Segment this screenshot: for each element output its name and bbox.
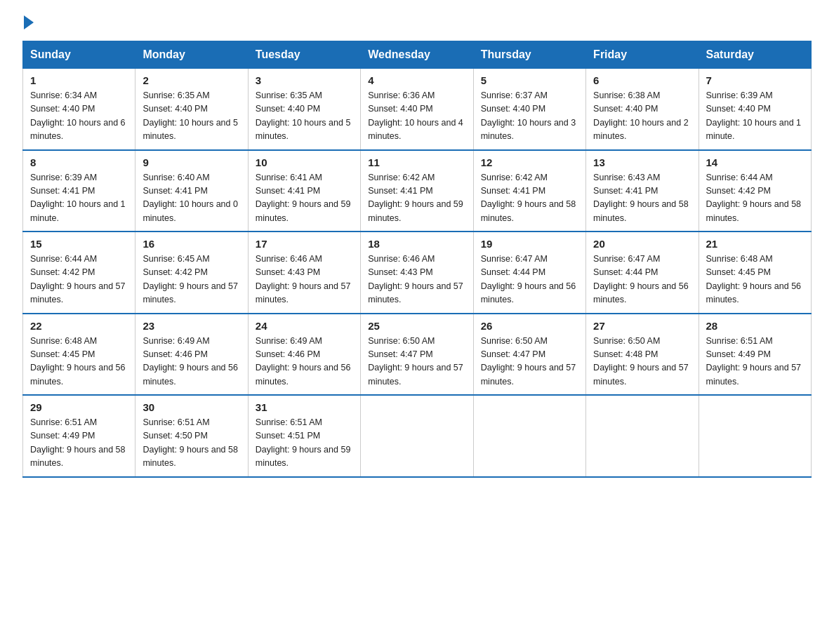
calendar-cell: 5 Sunrise: 6:37 AMSunset: 4:40 PMDayligh… <box>473 69 585 150</box>
calendar-cell: 15 Sunrise: 6:44 AMSunset: 4:42 PMDaylig… <box>23 232 135 314</box>
calendar-cell: 25 Sunrise: 6:50 AMSunset: 4:47 PMDaylig… <box>361 314 473 396</box>
calendar-cell: 13 Sunrise: 6:43 AMSunset: 4:41 PMDaylig… <box>586 150 699 232</box>
calendar-week-row: 15 Sunrise: 6:44 AMSunset: 4:42 PMDaylig… <box>23 232 812 314</box>
day-info: Sunrise: 6:36 AMSunset: 4:40 PMDaylight:… <box>368 90 463 141</box>
day-number: 19 <box>481 238 578 250</box>
calendar-cell: 12 Sunrise: 6:42 AMSunset: 4:41 PMDaylig… <box>473 150 585 232</box>
day-number: 25 <box>368 320 465 332</box>
calendar-week-row: 8 Sunrise: 6:39 AMSunset: 4:41 PMDayligh… <box>23 150 812 232</box>
day-info: Sunrise: 6:35 AMSunset: 4:40 PMDaylight:… <box>143 90 238 141</box>
page-header <box>22 17 812 29</box>
day-info: Sunrise: 6:50 AMSunset: 4:48 PMDaylight:… <box>593 336 689 387</box>
header-friday: Friday <box>586 41 699 69</box>
calendar-table: SundayMondayTuesdayWednesdayThursdayFrid… <box>22 41 812 478</box>
logo-triangle-icon <box>24 15 34 29</box>
day-number: 15 <box>30 238 128 250</box>
day-number: 16 <box>143 238 240 250</box>
day-info: Sunrise: 6:51 AMSunset: 4:49 PMDaylight:… <box>706 336 802 387</box>
calendar-cell: 22 Sunrise: 6:48 AMSunset: 4:45 PMDaylig… <box>23 314 135 396</box>
calendar-cell <box>586 395 699 477</box>
calendar-cell: 28 Sunrise: 6:51 AMSunset: 4:49 PMDaylig… <box>699 314 811 396</box>
day-number: 31 <box>256 401 353 413</box>
day-info: Sunrise: 6:46 AMSunset: 4:43 PMDaylight:… <box>368 254 463 304</box>
header-sunday: Sunday <box>23 41 135 69</box>
calendar-cell: 17 Sunrise: 6:46 AMSunset: 4:43 PMDaylig… <box>248 232 360 314</box>
calendar-cell: 16 Sunrise: 6:45 AMSunset: 4:42 PMDaylig… <box>135 232 248 314</box>
day-number: 29 <box>30 401 128 413</box>
day-number: 28 <box>706 320 804 332</box>
calendar-cell: 30 Sunrise: 6:51 AMSunset: 4:50 PMDaylig… <box>135 395 248 477</box>
header-tuesday: Tuesday <box>248 41 360 69</box>
day-info: Sunrise: 6:39 AMSunset: 4:40 PMDaylight:… <box>706 90 802 141</box>
calendar-cell: 11 Sunrise: 6:42 AMSunset: 4:41 PMDaylig… <box>361 150 473 232</box>
calendar-cell: 6 Sunrise: 6:38 AMSunset: 4:40 PMDayligh… <box>586 69 699 150</box>
day-number: 8 <box>30 156 128 168</box>
day-info: Sunrise: 6:38 AMSunset: 4:40 PMDaylight:… <box>593 90 689 141</box>
calendar-cell: 8 Sunrise: 6:39 AMSunset: 4:41 PMDayligh… <box>23 150 135 232</box>
day-info: Sunrise: 6:41 AMSunset: 4:41 PMDaylight:… <box>256 173 351 223</box>
logo <box>22 17 34 29</box>
calendar-cell: 20 Sunrise: 6:47 AMSunset: 4:44 PMDaylig… <box>586 232 699 314</box>
day-number: 5 <box>481 74 578 86</box>
calendar-cell: 31 Sunrise: 6:51 AMSunset: 4:51 PMDaylig… <box>248 395 360 477</box>
day-info: Sunrise: 6:35 AMSunset: 4:40 PMDaylight:… <box>256 90 351 141</box>
day-info: Sunrise: 6:46 AMSunset: 4:43 PMDaylight:… <box>256 254 351 304</box>
day-number: 30 <box>143 401 240 413</box>
calendar-cell: 10 Sunrise: 6:41 AMSunset: 4:41 PMDaylig… <box>248 150 360 232</box>
calendar-week-row: 29 Sunrise: 6:51 AMSunset: 4:49 PMDaylig… <box>23 395 812 477</box>
calendar-header-row: SundayMondayTuesdayWednesdayThursdayFrid… <box>23 41 812 69</box>
header-saturday: Saturday <box>699 41 811 69</box>
header-thursday: Thursday <box>473 41 585 69</box>
calendar-week-row: 22 Sunrise: 6:48 AMSunset: 4:45 PMDaylig… <box>23 314 812 396</box>
day-info: Sunrise: 6:50 AMSunset: 4:47 PMDaylight:… <box>368 336 463 387</box>
calendar-cell: 18 Sunrise: 6:46 AMSunset: 4:43 PMDaylig… <box>361 232 473 314</box>
calendar-cell: 27 Sunrise: 6:50 AMSunset: 4:48 PMDaylig… <box>586 314 699 396</box>
day-number: 24 <box>256 320 353 332</box>
day-number: 27 <box>593 320 691 332</box>
day-info: Sunrise: 6:43 AMSunset: 4:41 PMDaylight:… <box>593 173 689 223</box>
day-number: 21 <box>706 238 804 250</box>
calendar-cell <box>699 395 811 477</box>
day-info: Sunrise: 6:45 AMSunset: 4:42 PMDaylight:… <box>143 254 238 304</box>
day-info: Sunrise: 6:42 AMSunset: 4:41 PMDaylight:… <box>368 173 463 223</box>
day-number: 2 <box>143 74 240 86</box>
day-number: 6 <box>593 74 691 86</box>
calendar-cell <box>361 395 473 477</box>
day-number: 4 <box>368 74 465 86</box>
day-number: 12 <box>481 156 578 168</box>
day-info: Sunrise: 6:44 AMSunset: 4:42 PMDaylight:… <box>30 254 126 304</box>
calendar-cell: 1 Sunrise: 6:34 AMSunset: 4:40 PMDayligh… <box>23 69 135 150</box>
header-wednesday: Wednesday <box>361 41 473 69</box>
day-number: 14 <box>706 156 804 168</box>
calendar-cell <box>473 395 585 477</box>
day-info: Sunrise: 6:40 AMSunset: 4:41 PMDaylight:… <box>143 173 238 223</box>
day-info: Sunrise: 6:49 AMSunset: 4:46 PMDaylight:… <box>256 336 351 387</box>
day-number: 17 <box>256 238 353 250</box>
calendar-cell: 19 Sunrise: 6:47 AMSunset: 4:44 PMDaylig… <box>473 232 585 314</box>
day-number: 10 <box>256 156 353 168</box>
day-number: 1 <box>30 74 128 86</box>
calendar-cell: 9 Sunrise: 6:40 AMSunset: 4:41 PMDayligh… <box>135 150 248 232</box>
day-info: Sunrise: 6:48 AMSunset: 4:45 PMDaylight:… <box>706 254 802 304</box>
day-info: Sunrise: 6:34 AMSunset: 4:40 PMDaylight:… <box>30 90 126 141</box>
day-number: 9 <box>143 156 240 168</box>
day-info: Sunrise: 6:47 AMSunset: 4:44 PMDaylight:… <box>593 254 689 304</box>
day-info: Sunrise: 6:44 AMSunset: 4:42 PMDaylight:… <box>706 173 802 223</box>
day-number: 7 <box>706 74 804 86</box>
day-info: Sunrise: 6:51 AMSunset: 4:50 PMDaylight:… <box>143 417 238 468</box>
day-info: Sunrise: 6:47 AMSunset: 4:44 PMDaylight:… <box>481 254 576 304</box>
day-number: 23 <box>143 320 240 332</box>
day-info: Sunrise: 6:48 AMSunset: 4:45 PMDaylight:… <box>30 336 126 387</box>
day-info: Sunrise: 6:51 AMSunset: 4:51 PMDaylight:… <box>256 417 351 468</box>
calendar-cell: 23 Sunrise: 6:49 AMSunset: 4:46 PMDaylig… <box>135 314 248 396</box>
header-monday: Monday <box>135 41 248 69</box>
day-info: Sunrise: 6:37 AMSunset: 4:40 PMDaylight:… <box>481 90 576 141</box>
calendar-cell: 2 Sunrise: 6:35 AMSunset: 4:40 PMDayligh… <box>135 69 248 150</box>
day-number: 13 <box>593 156 691 168</box>
day-number: 18 <box>368 238 465 250</box>
calendar-cell: 24 Sunrise: 6:49 AMSunset: 4:46 PMDaylig… <box>248 314 360 396</box>
day-info: Sunrise: 6:39 AMSunset: 4:41 PMDaylight:… <box>30 173 126 223</box>
calendar-cell: 14 Sunrise: 6:44 AMSunset: 4:42 PMDaylig… <box>699 150 811 232</box>
calendar-cell: 7 Sunrise: 6:39 AMSunset: 4:40 PMDayligh… <box>699 69 811 150</box>
day-number: 20 <box>593 238 691 250</box>
